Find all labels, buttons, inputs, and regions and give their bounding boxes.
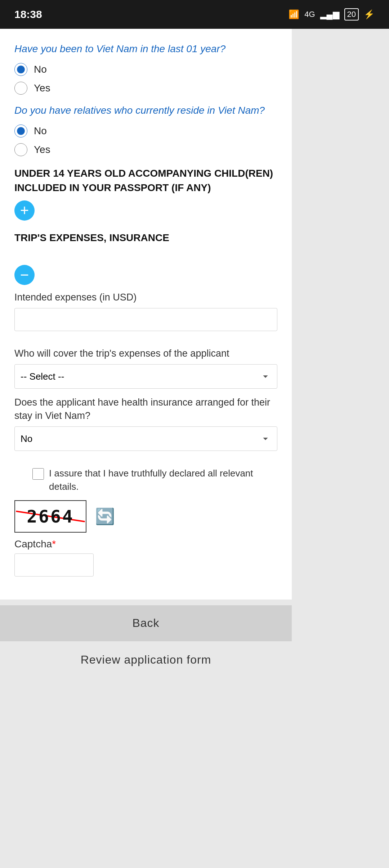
bottom-buttons: Back Review application form bbox=[0, 600, 292, 678]
question-2-yes-option[interactable]: Yes bbox=[14, 143, 277, 156]
question-2-no-radio[interactable] bbox=[14, 125, 27, 137]
captcha-label: Captcha* bbox=[14, 538, 277, 550]
status-bar: 18:38 📶 4G ▂▄▆ 20 ⚡ bbox=[0, 0, 389, 29]
children-section-title: UNDER 14 YEARS OLD ACCOMPANYING CHILD(RE… bbox=[14, 166, 277, 194]
question-2-yes-label: Yes bbox=[34, 144, 50, 155]
insurance-select[interactable]: No Yes bbox=[14, 426, 277, 451]
charging-icon: ⚡ bbox=[364, 9, 375, 19]
minus-icon: − bbox=[20, 267, 29, 282]
status-time: 18:38 bbox=[14, 8, 42, 21]
assurance-row: I assure that I have truthfully declared… bbox=[32, 467, 277, 493]
question-1-no-option[interactable]: No bbox=[14, 63, 277, 76]
plus-icon: + bbox=[20, 203, 29, 218]
question-1-yes-label: Yes bbox=[34, 82, 50, 94]
assurance-label: I assure that I have truthfully declared… bbox=[49, 467, 277, 493]
question-2-no-option[interactable]: No bbox=[14, 125, 277, 137]
question-2-no-label: No bbox=[34, 125, 47, 137]
expenses-input[interactable] bbox=[14, 308, 277, 331]
expenses-section-title: TRIP'S EXPENSES, INSURANCE bbox=[14, 231, 277, 245]
insurance-label: Does the applicant have health insurance… bbox=[14, 396, 277, 423]
network-icon: 4G bbox=[304, 10, 315, 19]
signal-icon: ▂▄▆ bbox=[320, 9, 339, 19]
captcha-input[interactable] bbox=[14, 553, 94, 577]
battery-icon: 20 bbox=[344, 8, 359, 21]
question-1-no-label: No bbox=[34, 64, 47, 75]
captcha-image: 2664 bbox=[14, 500, 86, 533]
back-button[interactable]: Back bbox=[0, 605, 292, 641]
captcha-row: 2664 🔄 bbox=[14, 500, 277, 533]
refresh-icon: 🔄 bbox=[95, 507, 115, 525]
wifi-icon: 📶 bbox=[289, 9, 299, 19]
status-icons: 📶 4G ▂▄▆ 20 ⚡ bbox=[289, 8, 375, 21]
collapse-expenses-button[interactable]: − bbox=[14, 265, 35, 285]
who-covers-select[interactable]: -- Select -- bbox=[14, 364, 277, 389]
question-2-yes-radio[interactable] bbox=[14, 143, 27, 156]
question-1-label: Have you been to Viet Nam in the last 01… bbox=[14, 42, 277, 56]
captcha-refresh-button[interactable]: 🔄 bbox=[95, 507, 115, 526]
add-child-button[interactable]: + bbox=[14, 200, 35, 221]
assurance-checkbox[interactable] bbox=[32, 468, 44, 480]
question-2-label: Do you have relatives who currently resi… bbox=[14, 103, 277, 117]
form-content: Have you been to Viet Nam in the last 01… bbox=[0, 29, 292, 600]
expenses-label: Intended expenses (in USD) bbox=[14, 291, 277, 304]
question-1-yes-option[interactable]: Yes bbox=[14, 82, 277, 95]
question-1-no-radio[interactable] bbox=[14, 63, 27, 76]
question-1-yes-radio[interactable] bbox=[14, 82, 27, 95]
review-button[interactable]: Review application form bbox=[0, 642, 292, 678]
captcha-text: 2664 bbox=[27, 506, 74, 526]
who-covers-label: Who will cover the trip's expenses of th… bbox=[14, 347, 277, 361]
captcha-required-star: * bbox=[52, 538, 56, 550]
question-1-radio-group: No Yes bbox=[14, 63, 277, 95]
question-2-radio-group: No Yes bbox=[14, 125, 277, 156]
